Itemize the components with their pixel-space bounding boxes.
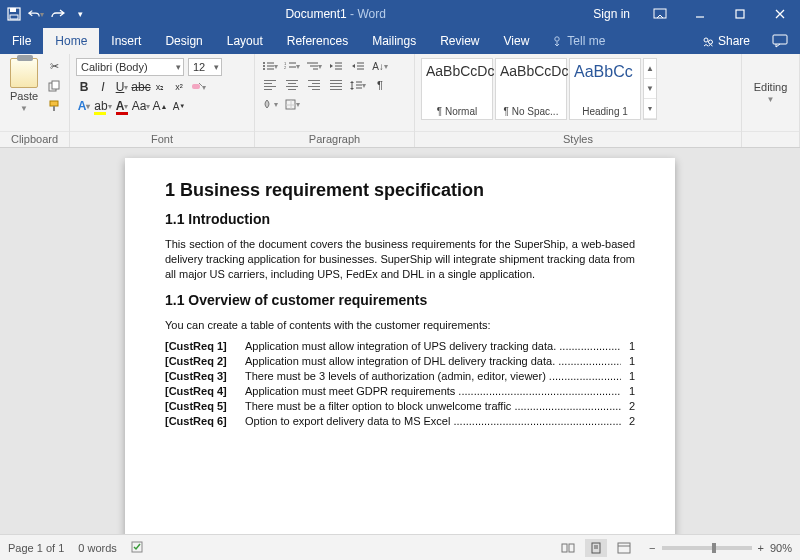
zoom-out-button[interactable]: − [649, 542, 655, 554]
heading-2: 1.1 Introduction [165, 211, 635, 227]
svg-rect-5 [736, 10, 744, 18]
bold-button[interactable]: B [76, 79, 92, 95]
svg-point-7 [704, 38, 708, 42]
svg-rect-43 [569, 544, 574, 552]
svg-text:2: 2 [284, 65, 287, 70]
italic-button[interactable]: I [95, 79, 111, 95]
format-painter-icon[interactable] [46, 98, 62, 114]
style-normal[interactable]: AaBbCcDc¶ Normal [421, 58, 493, 120]
tab-insert[interactable]: Insert [99, 28, 153, 54]
sort-icon[interactable]: A↓ [371, 58, 389, 74]
ribbon-tabs: File Home Insert Design Layout Reference… [0, 28, 800, 54]
svg-rect-42 [562, 544, 567, 552]
svg-rect-1 [10, 8, 16, 12]
group-clipboard: Paste ▼ ✂ Clipboard [0, 54, 70, 147]
shrink-font-icon[interactable]: A▼ [171, 98, 187, 114]
toc-row: [CustReq 5]There must be a filter option… [165, 400, 635, 412]
comments-icon[interactable] [760, 28, 800, 54]
borders-icon[interactable] [283, 96, 301, 112]
copy-icon[interactable] [46, 78, 62, 94]
share-button[interactable]: Share [692, 28, 760, 54]
cut-icon[interactable]: ✂ [46, 58, 62, 74]
group-label: Font [70, 131, 254, 147]
align-center-icon[interactable] [283, 77, 301, 93]
text-effects-icon[interactable]: A [76, 98, 92, 114]
page-indicator[interactable]: Page 1 of 1 [8, 542, 64, 554]
svg-rect-2 [10, 15, 18, 19]
undo-icon[interactable] [28, 6, 44, 22]
align-left-icon[interactable] [261, 77, 279, 93]
print-layout-icon[interactable] [585, 539, 607, 557]
increase-indent-icon[interactable] [349, 58, 367, 74]
toc-row: [CustReq 6]Option to export delivery dat… [165, 415, 635, 427]
redo-icon[interactable] [50, 6, 66, 22]
show-marks-icon[interactable]: ¶ [371, 77, 389, 93]
paste-button[interactable]: Paste ▼ [6, 58, 42, 127]
tell-me[interactable]: Tell me [541, 28, 615, 54]
read-mode-icon[interactable] [557, 539, 579, 557]
styles-scroller[interactable]: ▲▼▾ [643, 58, 657, 120]
zoom-level[interactable]: 90% [770, 542, 792, 554]
line-spacing-icon[interactable] [349, 77, 367, 93]
title-bar: ▾ Document1 - Word Sign in [0, 0, 800, 28]
save-icon[interactable] [6, 6, 22, 22]
grow-font-icon[interactable]: A▲ [152, 98, 168, 114]
change-case-icon[interactable]: Aa [133, 98, 149, 114]
tab-layout[interactable]: Layout [215, 28, 275, 54]
multilevel-icon[interactable] [305, 58, 323, 74]
status-bar: Page 1 of 1 0 words − + 90% [0, 534, 800, 560]
web-layout-icon[interactable] [613, 539, 635, 557]
group-styles: AaBbCcDc¶ Normal AaBbCcDc¶ No Spac... Aa… [415, 54, 742, 147]
page[interactable]: 1 Business requirement specification 1.1… [125, 158, 675, 534]
tab-design[interactable]: Design [153, 28, 214, 54]
font-name-combo[interactable]: Calibri (Body) [76, 58, 184, 76]
justify-icon[interactable] [327, 77, 345, 93]
tab-review[interactable]: Review [428, 28, 491, 54]
qat-customize-icon[interactable]: ▾ [72, 6, 88, 22]
svg-point-8 [708, 40, 712, 44]
subscript-button[interactable]: x₂ [152, 79, 168, 95]
style-heading1[interactable]: AaBbCcHeading 1 [569, 58, 641, 120]
editing-button[interactable]: Editing [754, 81, 788, 93]
font-size-combo[interactable]: 12 [188, 58, 222, 76]
close-icon[interactable] [760, 0, 800, 28]
zoom-slider[interactable] [662, 546, 752, 550]
align-right-icon[interactable] [305, 77, 323, 93]
maximize-icon[interactable] [720, 0, 760, 28]
highlight-icon[interactable]: ab [95, 98, 111, 114]
group-label: Paragraph [255, 131, 414, 147]
heading-2: 1.1 Overview of customer requirements [165, 292, 635, 308]
toc-row: [CustReq 1]Application must allow integr… [165, 340, 635, 352]
style-no-spacing[interactable]: AaBbCcDc¶ No Spac... [495, 58, 567, 120]
tab-file[interactable]: File [0, 28, 43, 54]
svg-point-17 [263, 65, 265, 67]
display-options-icon[interactable] [640, 0, 680, 28]
strike-button[interactable]: abc [133, 79, 149, 95]
bullets-icon[interactable] [261, 58, 279, 74]
zoom-in-button[interactable]: + [758, 542, 764, 554]
group-label: Clipboard [0, 131, 69, 147]
decrease-indent-icon[interactable] [327, 58, 345, 74]
superscript-button[interactable]: x² [171, 79, 187, 95]
tab-mailings[interactable]: Mailings [360, 28, 428, 54]
heading-1: 1 Business requirement specification [165, 180, 635, 201]
spellcheck-icon[interactable] [131, 540, 147, 556]
requirements-toc: [CustReq 1]Application must allow integr… [165, 340, 635, 427]
sign-in-button[interactable]: Sign in [583, 0, 640, 28]
toc-row: [CustReq 3]There must be 3 levels of aut… [165, 370, 635, 382]
svg-rect-11 [52, 81, 59, 89]
toc-row: [CustReq 4]Application must meet GDPR re… [165, 385, 635, 397]
font-color-icon[interactable]: A [114, 98, 130, 114]
tab-references[interactable]: References [275, 28, 360, 54]
minimize-icon[interactable] [680, 0, 720, 28]
underline-button[interactable]: U [114, 79, 130, 95]
group-label: Styles [415, 131, 741, 147]
tab-home[interactable]: Home [43, 28, 99, 54]
word-count[interactable]: 0 words [78, 542, 117, 554]
clear-formatting-icon[interactable] [190, 79, 206, 95]
document-canvas[interactable]: 1 Business requirement specification 1.1… [0, 148, 800, 534]
svg-rect-3 [654, 9, 666, 18]
tab-view[interactable]: View [492, 28, 542, 54]
numbering-icon[interactable]: 12 [283, 58, 301, 74]
shading-icon[interactable] [261, 96, 279, 112]
